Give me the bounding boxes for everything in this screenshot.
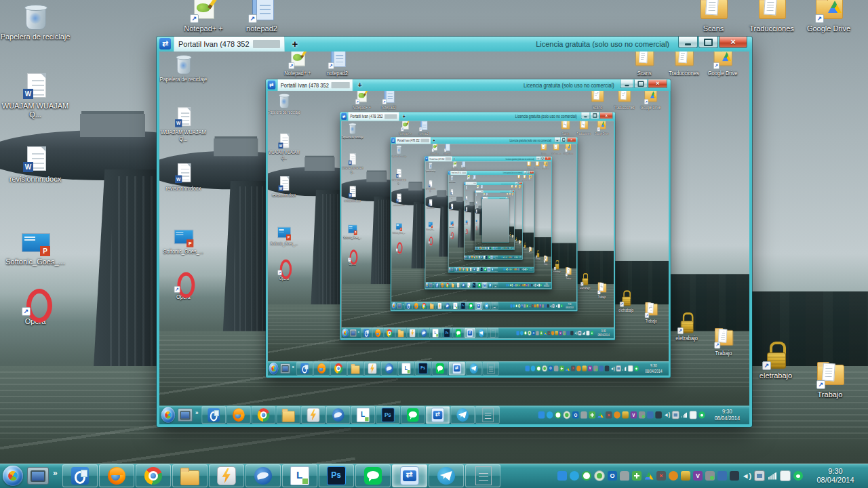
remote-display-button[interactable] xyxy=(429,283,433,287)
v-app-tray-icon[interactable]: V xyxy=(588,366,592,371)
headset-tray-icon[interactable] xyxy=(534,304,536,308)
remote-desktop-viewport[interactable]: Papelera de reciclaje W WUAJAM WUAJAM Q.… xyxy=(425,161,551,288)
desktop-icon-opera[interactable]: ↗ Opera xyxy=(159,271,208,301)
taskbar-thunderbird-button[interactable] xyxy=(473,267,476,272)
outlook-tray-icon[interactable]: O xyxy=(608,471,617,481)
desktop-icon-wuajam-doc[interactable]: W WUAJAM WUAJAM Q... xyxy=(391,168,406,184)
remote-desktop-viewport[interactable]: Papelera de reciclaje W WUAJAM WUAJAM Q.… xyxy=(465,185,523,259)
desktop-icon-revisionnn-docx[interactable]: W revisionnn.docx xyxy=(0,145,71,184)
desktop-icon-notepad2[interactable]: ↗ notepad2 xyxy=(226,0,297,33)
outlook-tray-icon[interactable]: O xyxy=(521,304,523,308)
usb-safely-remove-tray-icon[interactable] xyxy=(593,366,597,371)
desktop-icon-softonic-goes[interactable]: P Softonic_Goes_... xyxy=(448,220,455,228)
notifications-bell-tray-icon[interactable] xyxy=(620,471,629,481)
taskbar-lync-button[interactable]: L xyxy=(398,362,414,375)
headset-tray-icon[interactable] xyxy=(669,471,678,481)
desktop-icon-notepad2[interactable]: ↗ notepad2 xyxy=(313,52,361,77)
desktop-icon-opera[interactable]: ↗ Opera xyxy=(0,287,71,326)
remote-screen-view[interactable]: Papelera de reciclaje W WUAJAM WUAJAM Q.… xyxy=(475,193,514,249)
taskbar-firefox-button[interactable] xyxy=(372,328,383,338)
desktop-icon-softonic-goes[interactable]: P Softonic_Goes_... xyxy=(425,221,435,231)
taskbar-explorer-button[interactable] xyxy=(172,464,208,487)
desktop-icon-opera[interactable]: ↗ Opera xyxy=(448,232,455,239)
taskbar-thunderbird-button[interactable] xyxy=(418,328,429,338)
taskbar-teamviewer-button[interactable] xyxy=(475,302,482,310)
teamviewer-chat-tray-icon[interactable] xyxy=(557,471,567,481)
taskbar-clock[interactable]: 9:30 08/04/2014 xyxy=(594,329,614,338)
start-button[interactable] xyxy=(341,327,349,338)
desktop-icon-google-drive[interactable]: ↗ Google Drive xyxy=(540,161,551,170)
taskbar-photoshop-button[interactable]: Ps xyxy=(459,302,467,310)
desktop-icon-notepad2[interactable]: ↗ notepad2 xyxy=(485,193,488,197)
monitor-tray-icon[interactable] xyxy=(578,331,581,336)
desktop-icon-recycle-bin[interactable]: Papelera de reciclaje xyxy=(159,54,208,83)
desktop-icon-trabajo[interactable]: ↗ Trabajo xyxy=(517,240,522,246)
desktop-icon-notepad2[interactable]: ↗ notepad2 xyxy=(479,185,484,190)
desktop-icon-trabajo[interactable]: ↗ Trabajo xyxy=(700,327,748,357)
taskbar-overflow-chevron[interactable]: » xyxy=(53,468,58,478)
notifications-bell-tray-icon[interactable] xyxy=(536,331,538,335)
remote-display-button[interactable] xyxy=(27,467,49,485)
outlook-tray-icon[interactable]: O xyxy=(572,411,579,419)
green-grid-tray-icon[interactable] xyxy=(632,471,642,481)
line-chat-tray-icon[interactable] xyxy=(698,411,705,419)
teamviewer-titlebar[interactable]: ⇄ Portatil Ivan (478 352 + Licencia grat… xyxy=(266,79,671,91)
desktop-icon-revisionnn-docx[interactable]: W revisionnn.docx xyxy=(475,209,478,214)
padlock-tray-icon[interactable] xyxy=(681,471,690,481)
close-button[interactable]: × xyxy=(519,182,522,184)
taskbar-chrome-button[interactable] xyxy=(136,464,171,487)
taskbar-notepad-button[interactable] xyxy=(465,464,500,487)
taskbar-firefox-button[interactable] xyxy=(439,282,445,288)
certificate-badge-tray-icon[interactable] xyxy=(594,470,605,481)
remote-screen-view[interactable]: Papelera de reciclaje W WUAJAM WUAJAM Q.… xyxy=(425,161,551,288)
desktop-icon-trabajo[interactable]: ↗ Trabajo xyxy=(540,256,551,266)
desktop-icon-wuajam-doc[interactable]: W WUAJAM WUAJAM Q... xyxy=(425,180,435,192)
maximize-button[interactable] xyxy=(540,157,545,161)
desktop-icon-softonic-goes[interactable]: P Softonic_Goes_... xyxy=(0,228,71,266)
taskbar-explorer-button[interactable] xyxy=(428,302,435,310)
padlock-tray-icon[interactable] xyxy=(555,331,558,335)
remote-screen-view[interactable]: Papelera de reciclaje W WUAJAM WUAJAM Q.… xyxy=(341,121,614,338)
desktop-icon-opera[interactable]: ↗ Opera xyxy=(475,226,478,231)
network-signal-tray-icon[interactable] xyxy=(555,304,557,308)
taskbar-teamviewer-button[interactable] xyxy=(487,267,490,272)
desktop-icon-google-drive[interactable]: ↗ Google Drive xyxy=(517,185,522,190)
v-app-tray-icon[interactable]: V xyxy=(693,471,703,481)
desktop-icon-recycle-bin[interactable]: Papelera de reciclaje xyxy=(391,145,406,158)
session-tab[interactable]: Portatil Ivan (478 352 xyxy=(396,137,431,144)
remote-screen-view[interactable]: Papelera de reciclaje W WUAJAM WUAJAM Q.… xyxy=(159,52,749,424)
headset-tray-icon[interactable] xyxy=(576,366,580,371)
device-error-tray-icon[interactable]: × xyxy=(606,411,612,419)
taskbar-notepad-button[interactable] xyxy=(495,256,497,259)
taskbar-overflow-chevron[interactable]: » xyxy=(292,364,294,369)
taskbar-clock[interactable]: 9:30 08/04/2014 xyxy=(564,303,577,309)
device-error-tray-icon[interactable]: × xyxy=(547,331,550,335)
close-button[interactable]: × xyxy=(513,190,515,192)
volume-tray-icon[interactable]: ◄) xyxy=(610,366,614,371)
taskbar-thunderbird-button[interactable] xyxy=(381,362,397,375)
teamviewer-titlebar[interactable]: ⇄ Portatil Ivan (478 352 + Licencia grat… xyxy=(391,137,578,144)
line-chat-tray-icon[interactable] xyxy=(634,366,638,371)
desktop-icon-google-drive[interactable]: ↗ Google Drive xyxy=(561,144,576,155)
taskbar-firefox-button[interactable] xyxy=(99,464,134,487)
minimize-button[interactable] xyxy=(678,37,698,48)
desktop-icon-trabajo[interactable]: ↗ Trabajo xyxy=(591,282,613,299)
taskbar-winamp-button[interactable] xyxy=(301,406,325,424)
taskbar-outlook-button[interactable] xyxy=(361,328,372,338)
taskbar-overflow-chevron[interactable]: » xyxy=(403,304,403,307)
volume-tray-icon[interactable]: ◄) xyxy=(550,304,552,308)
desktop-icon-opera[interactable]: ↗ Opera xyxy=(391,242,406,255)
sync-tray-icon[interactable] xyxy=(555,411,561,419)
sync-tray-icon[interactable] xyxy=(582,471,591,481)
volume-tray-icon[interactable]: ◄) xyxy=(742,471,751,481)
new-session-tab-button[interactable]: + xyxy=(399,113,409,121)
desktop-icon-softonic-goes[interactable]: P Softonic_Goes_... xyxy=(475,220,478,224)
taskbar-outlook-button[interactable] xyxy=(405,302,412,310)
certificate-badge-tray-icon[interactable] xyxy=(542,365,547,371)
taskbar-winamp-button[interactable] xyxy=(209,464,244,487)
line-chat-tray-icon[interactable] xyxy=(561,304,563,308)
desktop-icon-notepad2[interactable]: ↗ notepad2 xyxy=(458,161,469,170)
desktop-icon-trabajo[interactable]: ↗ Trabajo xyxy=(527,247,534,254)
google-drive-tray-icon[interactable] xyxy=(566,366,570,371)
session-tab[interactable]: Portatil Ivan (478 352 xyxy=(429,157,452,161)
